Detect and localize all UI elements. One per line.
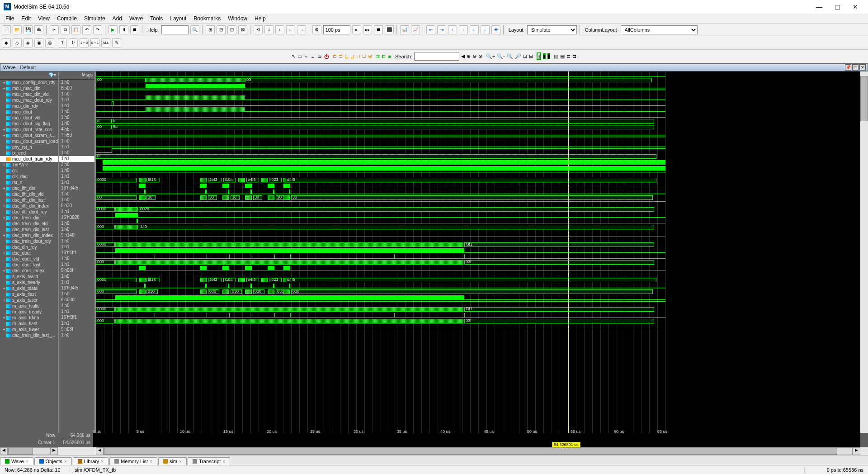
menu-simulate[interactable]: Simulate — [80, 14, 109, 23]
maximize-button[interactable]: ▢ — [828, 1, 846, 12]
columnlayout-select[interactable]: AllColumns — [621, 25, 698, 34]
waveform-dac_dout[interactable]: 0000f3f1 — [96, 242, 860, 248]
tool-a-icon[interactable]: ⊞ — [206, 25, 215, 34]
waveform-area[interactable]: 0000db005d00000f8182ef3f10ae4f5f023d4f50… — [96, 71, 860, 433]
waveform-dac_din_rdy[interactable] — [96, 236, 860, 242]
waveform-s_axis_tlast[interactable] — [96, 283, 860, 289]
waveform-dac_ifft_din_Index[interactable]: 00303030303030 — [96, 195, 860, 201]
sig-c-icon[interactable]: ◈ — [24, 38, 33, 47]
sig-e-icon[interactable]: ◎ — [45, 38, 54, 47]
sig-a-icon[interactable]: ◆ — [2, 38, 11, 47]
vertical-scrollbar[interactable] — [860, 71, 868, 433]
signal-name-dac_train_din_last_...[interactable]: dac_train_din_last_... — [0, 332, 58, 338]
names-scroll-left[interactable]: ◀ — [0, 447, 8, 455]
menu-tools[interactable]: Tools — [146, 14, 166, 23]
waveform-s_axis_tuser[interactable]: 000030030030030030030 — [96, 289, 860, 295]
disp2-icon[interactable]: ▤ — [560, 53, 565, 59]
waveform-clk[interactable] — [96, 160, 860, 166]
signal-name-m_axis_tdata[interactable]: +m_axis_tdata — [0, 315, 58, 321]
cursor-r-icon[interactable]: → — [481, 25, 490, 34]
menu-help[interactable]: Help — [251, 14, 269, 23]
waveform-mcu_din_rdy[interactable] — [96, 95, 860, 101]
waveform-mcu_mac_din[interactable]: 0000 — [96, 77, 860, 83]
zoom-out-icon[interactable]: 🔍- — [497, 53, 505, 59]
signal-name-dac_dout[interactable]: +dac_dout — [0, 250, 58, 256]
menu-bookmarks[interactable]: Bookmarks — [190, 14, 224, 23]
zoom-range-icon[interactable]: ⊡ — [523, 53, 527, 59]
cut-icon[interactable]: ✂ — [50, 25, 59, 34]
signal-name-clk_dac[interactable]: clk_dac — [0, 174, 58, 180]
view1-icon[interactable]: ▯ — [537, 52, 541, 60]
cursor-add-icon[interactable]: ✚ — [491, 25, 500, 34]
tab-library[interactable]: Library× — [73, 457, 108, 465]
disp3-icon[interactable]: ⊏ — [566, 53, 571, 59]
waveform-mcu_dout_scram_s...[interactable]: 005d — [96, 124, 860, 130]
combine-icon[interactable]: ⇉ — [376, 53, 380, 59]
waveform-dac_dout_last[interactable] — [96, 254, 860, 260]
signal-name-dac_dout_Index[interactable]: +dac_dout_Index — [0, 268, 58, 274]
signal-name-dac_train_din_vld[interactable]: dac_train_din_vld — [0, 221, 58, 227]
menu-file[interactable]: File — [2, 14, 18, 23]
edge3-icon[interactable]: ⫡ — [317, 54, 322, 59]
signal-name-mcu_mac_dout_rdy[interactable]: mcu_mac_dout_rdy — [0, 97, 58, 103]
signal-name-s_axis_tlast[interactable]: s_axis_tlast — [0, 291, 58, 297]
wave-a-icon[interactable]: 📊 — [400, 25, 409, 34]
waveform-dac_train_din_last[interactable] — [96, 218, 860, 224]
waveform-mcu_dout_sig_flag[interactable] — [96, 113, 860, 118]
waveform-mcu_mac_din_vld[interactable] — [96, 83, 860, 89]
signal-name-s_axis_tuser[interactable]: +s_axis_tuser — [0, 297, 58, 303]
select-icon[interactable]: ▭ — [297, 53, 302, 59]
stop2-icon[interactable]: ⬛ — [385, 25, 394, 34]
signal-name-dac_ifft_din_Index[interactable]: +dac_ifft_din_Index — [0, 203, 58, 209]
waveform-tx_end[interactable] — [96, 142, 860, 148]
tab-sim[interactable]: sim× — [158, 457, 187, 465]
tab-close-icon[interactable]: × — [26, 459, 28, 464]
signal-name-clk[interactable]: clk — [0, 168, 58, 174]
waveform-s_axis_tready[interactable] — [96, 271, 860, 277]
signal-name-dac_train_din[interactable]: +dac_train_din — [0, 215, 58, 221]
waveform-mcu_dout[interactable] — [96, 101, 860, 107]
tool-c-icon[interactable]: ⊡ — [227, 25, 236, 34]
layout-select[interactable]: Simulate — [527, 25, 577, 34]
signal-name-dac_ifft_din_vld[interactable]: dac_ifft_din_vld — [0, 191, 58, 197]
waveform-dac_train_din_Index[interactable]: 000140 — [96, 224, 860, 230]
run-time-icon[interactable]: ▸ — [352, 25, 361, 34]
cursor-ruler[interactable]: 54.626801 us — [93, 440, 860, 447]
waveform-m_axis_tlast[interactable] — [96, 313, 860, 318]
prev-icon[interactable]: ← — [286, 25, 295, 34]
menu-add[interactable]: Add — [109, 14, 126, 23]
close-button[interactable]: ✕ — [846, 1, 864, 12]
signal-name-mcu_dout[interactable]: mcu_dout — [0, 109, 58, 115]
view2-icon[interactable]: ▮ — [543, 53, 546, 59]
zoom-full-icon[interactable]: 🔍 — [507, 53, 513, 59]
waveform-clk_dac[interactable] — [96, 166, 860, 171]
run-icon[interactable]: ▶ — [108, 25, 118, 34]
wave-close-icon[interactable]: ✕ — [859, 64, 866, 71]
copy-icon[interactable]: ⧉ — [61, 25, 70, 34]
signal-name-dac_ifft_din[interactable]: +dac_ifft_din — [0, 185, 58, 191]
signal-name-mcu_dout_scram_load[interactable]: mcu_dout_scram_load — [0, 138, 58, 144]
step-icon[interactable]: ⤓ — [264, 25, 274, 34]
tab-close-icon[interactable]: × — [64, 459, 67, 464]
waveform-mcu_dout_vld[interactable] — [96, 107, 860, 113]
next-icon[interactable]: → — [297, 25, 306, 34]
search-opt3-icon[interactable]: ⊗ — [478, 53, 482, 59]
wave-window-header[interactable]: Wave - Default 📌 ▢ ✕ — [0, 63, 868, 71]
wave-scroll-right[interactable]: ▶ — [853, 447, 860, 455]
signal-name-dac_dout_vld[interactable]: dac_dout_vld — [0, 256, 58, 262]
signal-name-mcu_din_rdy[interactable]: mcu_din_rdy — [0, 103, 58, 109]
tool-b-icon[interactable]: ⊟ — [217, 25, 226, 34]
menu-window[interactable]: Window — [224, 14, 251, 23]
undo-icon[interactable]: ↶ — [82, 25, 91, 34]
fmt-z-icon[interactable]: 0↔1 — [90, 38, 99, 47]
signal-name-dac_ifft_din_last[interactable]: dac_ifft_din_last — [0, 197, 58, 203]
waveform-dac_ifft_din_last[interactable] — [96, 189, 860, 195]
step7-icon[interactable]: ⊕ — [368, 53, 372, 59]
fmt-1-icon[interactable]: 1 — [58, 38, 67, 47]
signal-name-dac_ifft_dout_rdy[interactable]: dac_ifft_dout_rdy — [0, 209, 58, 215]
disp1-icon[interactable]: ▥ — [554, 53, 558, 59]
cursor-up-icon[interactable]: ↑ — [448, 25, 457, 34]
waveform-mcu_dout_scram_load[interactable] — [96, 130, 860, 136]
signal-name-m_axis_tlast[interactable]: m_axis_tlast — [0, 321, 58, 327]
tool-d-icon[interactable]: ⊠ — [238, 25, 247, 34]
